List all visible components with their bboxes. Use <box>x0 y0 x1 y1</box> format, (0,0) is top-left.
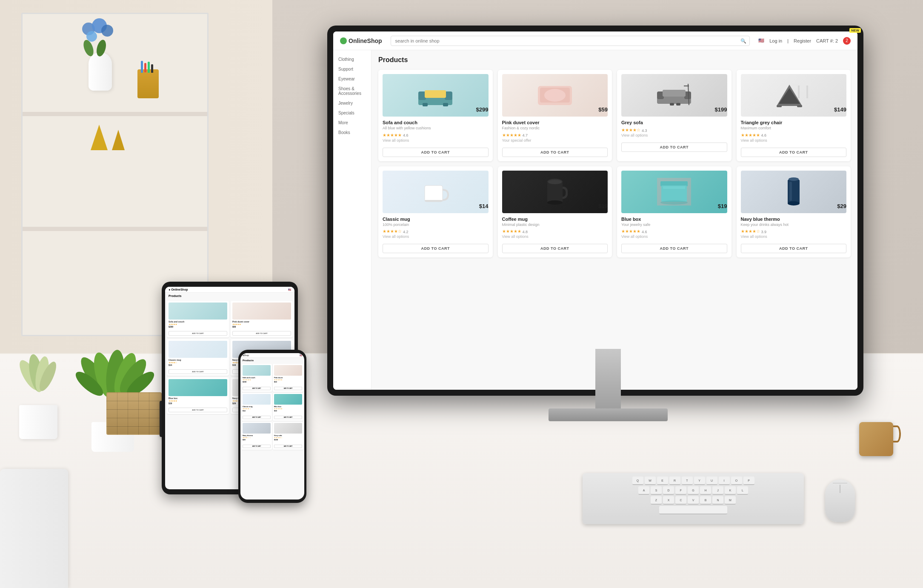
phone-add-5[interactable]: ADD TO CART <box>243 445 271 448</box>
key-q[interactable]: Q <box>632 477 643 485</box>
key-space[interactable] <box>659 506 727 514</box>
chair-svg <box>774 80 813 110</box>
keyboard-keys: Q W E R T Y U I O P A S D F G H J K L Z … <box>583 473 804 518</box>
svg-point-29 <box>548 180 562 184</box>
key-v[interactable]: V <box>688 496 699 505</box>
phone-grid: Sofa and couch ★★★★★ $299 ADD TO CART Pi… <box>240 363 304 451</box>
pencil-holder <box>137 69 159 98</box>
tablet-add-mug[interactable]: ADD TO CART <box>169 369 227 374</box>
add-to-cart-sofa[interactable]: ADD TO CART <box>383 148 489 157</box>
key-t[interactable]: T <box>682 477 693 485</box>
phone-img-2 <box>274 365 302 376</box>
reviews-blue-box: View all options <box>621 234 727 239</box>
reviews-mug: View all options <box>383 234 489 239</box>
product-price-grey-sofa: $199 <box>715 106 727 113</box>
key-e[interactable]: E <box>657 477 668 485</box>
key-s[interactable]: S <box>651 486 662 495</box>
key-m[interactable]: M <box>725 496 736 505</box>
gold-tree-1 <box>91 125 108 150</box>
tablet-add-duvet[interactable]: ADD TO CART <box>232 331 291 336</box>
storage-basket <box>106 392 162 435</box>
tablet-shop-header: ● OnlineShop 🇺🇸 <box>165 287 294 293</box>
sidebar-item-more[interactable]: More <box>333 118 371 128</box>
phone-price-1: $299 <box>243 381 271 383</box>
key-p[interactable]: P <box>743 477 754 485</box>
sidebar-item-jewelry[interactable]: Jewelry <box>333 98 371 108</box>
svg-rect-23 <box>797 105 802 107</box>
add-to-cart-coffee-mug[interactable]: ADD TO CART <box>502 244 608 253</box>
white-vase <box>89 52 112 91</box>
sidebar-item-specials[interactable]: Specials <box>333 108 371 118</box>
tablet-add-sofa[interactable]: ADD TO CART <box>169 331 227 336</box>
product-desc-thermo: Keep your drinks always hot <box>741 223 847 228</box>
key-h[interactable]: H <box>700 486 711 495</box>
add-to-cart-duvet[interactable]: ADD TO CART <box>502 148 608 157</box>
sidebar-item-eyewear[interactable]: Eyewear <box>333 74 371 84</box>
reviews-chair: View all options <box>741 138 847 143</box>
sidebar-item-books[interactable]: Books <box>333 128 371 137</box>
tablet-add-box[interactable]: ADD TO CART <box>169 408 227 412</box>
duvet-svg <box>536 83 574 108</box>
key-k[interactable]: K <box>725 486 736 495</box>
key-u[interactable]: U <box>706 477 717 485</box>
add-to-cart-grey-sofa[interactable]: ADD TO CART <box>621 143 727 152</box>
key-n[interactable]: N <box>712 496 723 505</box>
tablet-product-mug: Classic mug ★★★★☆ $14 ADD TO CART <box>167 339 229 376</box>
mouse-line <box>840 485 840 493</box>
key-b[interactable]: B <box>700 496 711 505</box>
add-to-cart-blue-box[interactable]: ADD TO CART <box>621 244 727 253</box>
phone-title: Products <box>240 358 304 363</box>
product-desc-sofa: All blue with yellow cushions <box>383 126 489 131</box>
key-w[interactable]: W <box>645 477 656 485</box>
product-name-chair: Triangle grey chair <box>741 120 783 125</box>
key-z[interactable]: Z <box>651 496 662 505</box>
add-to-cart-mug[interactable]: ADD TO CART <box>383 244 489 253</box>
login-link[interactable]: Log in <box>769 38 782 43</box>
key-r[interactable]: R <box>669 477 680 485</box>
key-y[interactable]: Y <box>694 477 705 485</box>
key-i[interactable]: I <box>719 477 730 485</box>
phone-add-2[interactable]: ADD TO CART <box>274 387 302 390</box>
shop-logo: OnlineShop <box>340 37 382 44</box>
sidebar-item-shoes[interactable]: Shoes & Accessories <box>333 84 371 98</box>
rating-mug: ★★★★☆ 4.2 <box>383 229 489 234</box>
phone-add-3[interactable]: ADD TO CART <box>243 416 271 419</box>
svg-rect-13 <box>670 103 674 106</box>
svg-point-28 <box>547 200 563 205</box>
key-x[interactable]: X <box>663 496 674 505</box>
search-bar[interactable]: 🔍 <box>391 36 750 46</box>
blue-box-svg <box>657 178 691 206</box>
rating-text-duvet: 4.7 <box>523 133 528 137</box>
svg-rect-33 <box>663 186 685 189</box>
svg-rect-12 <box>663 90 686 97</box>
tablet-products-title: Products <box>165 293 294 299</box>
product-card-chair: Triangle grey chair $149 Maximum comfort… <box>737 70 851 161</box>
product-name-thermo: Navy blue thermo <box>741 217 780 222</box>
key-d[interactable]: D <box>663 486 674 495</box>
stars-chair: ★★★★★ <box>741 133 760 137</box>
phone-add-1[interactable]: ADD TO CART <box>243 387 271 390</box>
coffee-mug-svg <box>542 176 568 208</box>
key-a[interactable]: A <box>638 486 649 495</box>
product-price-blue-box: $19 <box>718 203 727 209</box>
svg-rect-14 <box>676 103 680 106</box>
register-link[interactable]: Register <box>794 38 811 43</box>
key-o[interactable]: O <box>731 477 742 485</box>
phone-add-4[interactable]: ADD TO CART <box>274 416 302 419</box>
svg-rect-5 <box>443 103 448 106</box>
key-l[interactable]: L <box>737 486 748 495</box>
reviews-coffee-mug: View all options <box>502 234 608 239</box>
sidebar-item-support[interactable]: Support <box>333 64 371 74</box>
add-to-cart-chair[interactable]: ADD TO CART <box>741 148 847 157</box>
key-f[interactable]: F <box>675 486 686 495</box>
key-g[interactable]: G <box>688 486 699 495</box>
phone-add-6[interactable]: ADD TO CART <box>274 445 302 448</box>
search-input[interactable] <box>391 36 750 46</box>
key-j[interactable]: J <box>712 486 723 495</box>
cart-badge[interactable]: 2 <box>843 37 851 45</box>
key-c[interactable]: C <box>675 496 686 505</box>
add-to-cart-thermo[interactable]: ADD TO CART <box>741 244 847 253</box>
sidebar-item-clothing[interactable]: Clothing <box>333 54 371 64</box>
shop-main: Products NEW <box>371 50 857 390</box>
product-name-coffee-mug: Coffee mug <box>502 217 528 222</box>
